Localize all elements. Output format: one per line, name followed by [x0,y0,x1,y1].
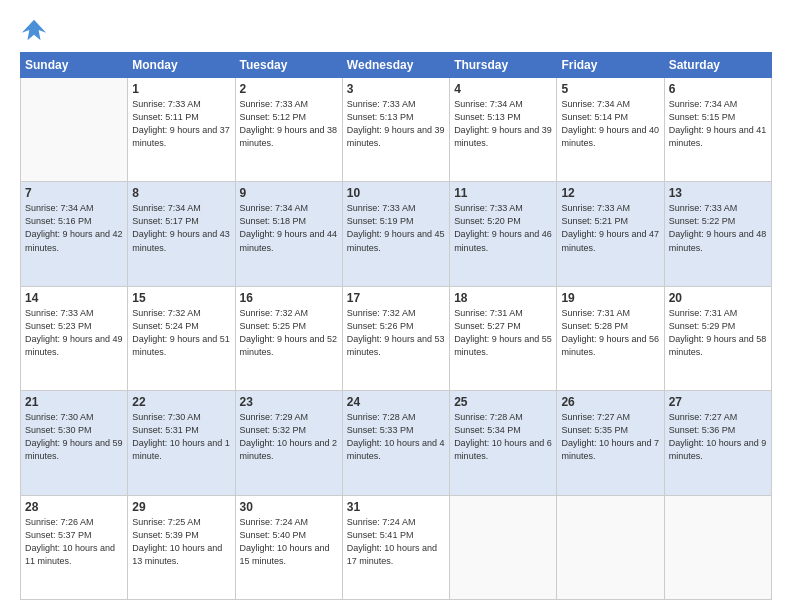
day-number: 5 [561,82,659,96]
day-sun-info: Sunrise: 7:34 AM Sunset: 5:17 PM Dayligh… [132,202,230,254]
calendar-day-cell: 14Sunrise: 7:33 AM Sunset: 5:23 PM Dayli… [21,286,128,390]
logo [20,16,52,44]
calendar-day-cell: 30Sunrise: 7:24 AM Sunset: 5:40 PM Dayli… [235,495,342,599]
day-number: 27 [669,395,767,409]
calendar-day-cell: 16Sunrise: 7:32 AM Sunset: 5:25 PM Dayli… [235,286,342,390]
calendar-day-cell: 13Sunrise: 7:33 AM Sunset: 5:22 PM Dayli… [664,182,771,286]
day-sun-info: Sunrise: 7:30 AM Sunset: 5:31 PM Dayligh… [132,411,230,463]
calendar-day-cell [450,495,557,599]
day-of-week-header: Sunday [21,53,128,78]
calendar-day-cell: 15Sunrise: 7:32 AM Sunset: 5:24 PM Dayli… [128,286,235,390]
day-number: 16 [240,291,338,305]
day-sun-info: Sunrise: 7:34 AM Sunset: 5:18 PM Dayligh… [240,202,338,254]
day-of-week-header: Saturday [664,53,771,78]
calendar-day-cell: 2Sunrise: 7:33 AM Sunset: 5:12 PM Daylig… [235,78,342,182]
day-sun-info: Sunrise: 7:28 AM Sunset: 5:34 PM Dayligh… [454,411,552,463]
day-number: 28 [25,500,123,514]
day-sun-info: Sunrise: 7:33 AM Sunset: 5:21 PM Dayligh… [561,202,659,254]
calendar-day-cell [557,495,664,599]
calendar-day-cell: 17Sunrise: 7:32 AM Sunset: 5:26 PM Dayli… [342,286,449,390]
calendar-day-cell: 4Sunrise: 7:34 AM Sunset: 5:13 PM Daylig… [450,78,557,182]
day-of-week-header: Tuesday [235,53,342,78]
calendar-table: SundayMondayTuesdayWednesdayThursdayFrid… [20,52,772,600]
day-sun-info: Sunrise: 7:28 AM Sunset: 5:33 PM Dayligh… [347,411,445,463]
day-number: 20 [669,291,767,305]
day-number: 1 [132,82,230,96]
calendar-week-row: 7Sunrise: 7:34 AM Sunset: 5:16 PM Daylig… [21,182,772,286]
logo-bird-icon [20,16,48,44]
day-sun-info: Sunrise: 7:29 AM Sunset: 5:32 PM Dayligh… [240,411,338,463]
calendar-day-cell: 20Sunrise: 7:31 AM Sunset: 5:29 PM Dayli… [664,286,771,390]
day-sun-info: Sunrise: 7:33 AM Sunset: 5:22 PM Dayligh… [669,202,767,254]
calendar-day-cell: 5Sunrise: 7:34 AM Sunset: 5:14 PM Daylig… [557,78,664,182]
calendar-week-row: 14Sunrise: 7:33 AM Sunset: 5:23 PM Dayli… [21,286,772,390]
day-sun-info: Sunrise: 7:24 AM Sunset: 5:41 PM Dayligh… [347,516,445,568]
calendar-day-cell: 26Sunrise: 7:27 AM Sunset: 5:35 PM Dayli… [557,391,664,495]
day-number: 17 [347,291,445,305]
day-number: 14 [25,291,123,305]
calendar-week-row: 1Sunrise: 7:33 AM Sunset: 5:11 PM Daylig… [21,78,772,182]
calendar-day-cell: 11Sunrise: 7:33 AM Sunset: 5:20 PM Dayli… [450,182,557,286]
calendar-day-cell: 1Sunrise: 7:33 AM Sunset: 5:11 PM Daylig… [128,78,235,182]
calendar-day-cell: 8Sunrise: 7:34 AM Sunset: 5:17 PM Daylig… [128,182,235,286]
day-number: 23 [240,395,338,409]
calendar-day-cell: 3Sunrise: 7:33 AM Sunset: 5:13 PM Daylig… [342,78,449,182]
calendar-day-cell: 7Sunrise: 7:34 AM Sunset: 5:16 PM Daylig… [21,182,128,286]
day-number: 18 [454,291,552,305]
day-number: 12 [561,186,659,200]
day-number: 11 [454,186,552,200]
day-number: 2 [240,82,338,96]
day-number: 6 [669,82,767,96]
day-sun-info: Sunrise: 7:25 AM Sunset: 5:39 PM Dayligh… [132,516,230,568]
day-sun-info: Sunrise: 7:34 AM Sunset: 5:14 PM Dayligh… [561,98,659,150]
day-sun-info: Sunrise: 7:33 AM Sunset: 5:20 PM Dayligh… [454,202,552,254]
day-of-week-header: Thursday [450,53,557,78]
day-number: 3 [347,82,445,96]
day-sun-info: Sunrise: 7:27 AM Sunset: 5:36 PM Dayligh… [669,411,767,463]
calendar-day-cell: 18Sunrise: 7:31 AM Sunset: 5:27 PM Dayli… [450,286,557,390]
day-number: 7 [25,186,123,200]
day-sun-info: Sunrise: 7:34 AM Sunset: 5:16 PM Dayligh… [25,202,123,254]
day-sun-info: Sunrise: 7:26 AM Sunset: 5:37 PM Dayligh… [25,516,123,568]
calendar-day-cell: 31Sunrise: 7:24 AM Sunset: 5:41 PM Dayli… [342,495,449,599]
day-number: 15 [132,291,230,305]
calendar-day-cell: 6Sunrise: 7:34 AM Sunset: 5:15 PM Daylig… [664,78,771,182]
calendar-day-cell: 25Sunrise: 7:28 AM Sunset: 5:34 PM Dayli… [450,391,557,495]
day-sun-info: Sunrise: 7:33 AM Sunset: 5:11 PM Dayligh… [132,98,230,150]
day-sun-info: Sunrise: 7:33 AM Sunset: 5:19 PM Dayligh… [347,202,445,254]
calendar-day-cell: 28Sunrise: 7:26 AM Sunset: 5:37 PM Dayli… [21,495,128,599]
day-sun-info: Sunrise: 7:32 AM Sunset: 5:26 PM Dayligh… [347,307,445,359]
day-number: 24 [347,395,445,409]
calendar-day-cell: 22Sunrise: 7:30 AM Sunset: 5:31 PM Dayli… [128,391,235,495]
calendar-day-cell: 9Sunrise: 7:34 AM Sunset: 5:18 PM Daylig… [235,182,342,286]
calendar-day-cell [664,495,771,599]
calendar-day-cell [21,78,128,182]
day-sun-info: Sunrise: 7:33 AM Sunset: 5:13 PM Dayligh… [347,98,445,150]
day-of-week-header: Wednesday [342,53,449,78]
day-number: 22 [132,395,230,409]
day-number: 26 [561,395,659,409]
page: SundayMondayTuesdayWednesdayThursdayFrid… [0,0,792,612]
svg-marker-0 [22,20,46,41]
calendar-day-cell: 27Sunrise: 7:27 AM Sunset: 5:36 PM Dayli… [664,391,771,495]
day-number: 25 [454,395,552,409]
calendar-day-cell: 24Sunrise: 7:28 AM Sunset: 5:33 PM Dayli… [342,391,449,495]
calendar-day-cell: 10Sunrise: 7:33 AM Sunset: 5:19 PM Dayli… [342,182,449,286]
day-of-week-header: Monday [128,53,235,78]
day-sun-info: Sunrise: 7:30 AM Sunset: 5:30 PM Dayligh… [25,411,123,463]
day-number: 13 [669,186,767,200]
day-number: 10 [347,186,445,200]
day-sun-info: Sunrise: 7:33 AM Sunset: 5:12 PM Dayligh… [240,98,338,150]
calendar-week-row: 21Sunrise: 7:30 AM Sunset: 5:30 PM Dayli… [21,391,772,495]
day-number: 19 [561,291,659,305]
day-sun-info: Sunrise: 7:27 AM Sunset: 5:35 PM Dayligh… [561,411,659,463]
day-number: 30 [240,500,338,514]
calendar-day-cell: 23Sunrise: 7:29 AM Sunset: 5:32 PM Dayli… [235,391,342,495]
calendar-day-cell: 21Sunrise: 7:30 AM Sunset: 5:30 PM Dayli… [21,391,128,495]
day-sun-info: Sunrise: 7:31 AM Sunset: 5:29 PM Dayligh… [669,307,767,359]
day-sun-info: Sunrise: 7:33 AM Sunset: 5:23 PM Dayligh… [25,307,123,359]
calendar-header-row: SundayMondayTuesdayWednesdayThursdayFrid… [21,53,772,78]
calendar-week-row: 28Sunrise: 7:26 AM Sunset: 5:37 PM Dayli… [21,495,772,599]
calendar-day-cell: 19Sunrise: 7:31 AM Sunset: 5:28 PM Dayli… [557,286,664,390]
header [20,16,772,44]
